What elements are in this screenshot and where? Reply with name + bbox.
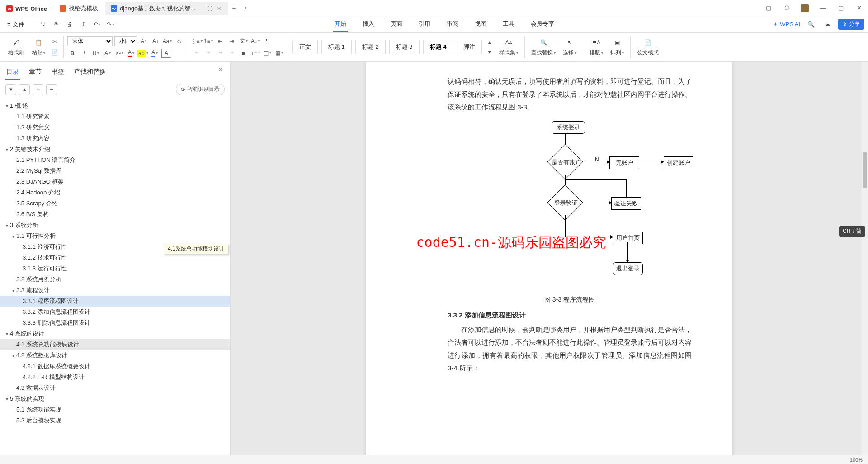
align-left-icon[interactable]: ≡ (192, 48, 202, 57)
outline-item[interactable]: 4.3 数据表设计 (0, 383, 230, 393)
change-case-icon[interactable]: Aa▾ (162, 37, 172, 46)
style-normal[interactable]: 正文 (292, 40, 318, 54)
numbering-icon[interactable]: 1≡▾ (203, 37, 213, 46)
save-icon[interactable]: 🖫 (38, 19, 48, 30)
align-right-icon[interactable]: ≡ (215, 48, 225, 57)
outline-item[interactable]: 2.6 B/S 架构 (0, 209, 230, 220)
style-h1[interactable]: 标题 1 (321, 40, 352, 54)
outline-item[interactable]: 2.4 Hadoop 介绍 (0, 187, 230, 198)
wps-ai-button[interactable]: ✦ WPS AI (773, 21, 800, 28)
cube-icon[interactable]: ⬡ (778, 0, 796, 16)
bullets-icon[interactable]: ⋮≡▾ (192, 37, 202, 46)
chevron-down-icon[interactable]: ▾ (4, 147, 10, 152)
align-center-icon[interactable]: ≡ (203, 48, 213, 57)
outline-item[interactable]: 2.1 PYTHON 语言简介 (0, 155, 230, 166)
close-tab-icon[interactable]: ✕ (216, 5, 222, 12)
tab-menu-button[interactable]: ▾ (240, 3, 250, 14)
tab-member[interactable]: 会员专享 (529, 17, 556, 32)
tab-reference[interactable]: 引用 (417, 17, 432, 32)
doc-mode-button[interactable]: 📄 公文模式 (634, 36, 661, 57)
chevron-down-icon[interactable]: ▾ (10, 353, 16, 358)
outline-item[interactable]: ▾4 系统的设计 (0, 328, 230, 339)
outline-item[interactable]: 3.3.1 程序流程图设计 (0, 296, 230, 307)
outline-item[interactable]: 1.2 研究意义 (0, 122, 230, 133)
outline-item[interactable]: ▾3 系统分析 (0, 220, 230, 231)
tab-insert[interactable]: 插入 (361, 17, 376, 32)
smart-detect-button[interactable]: ⟳ 智能识别目录 (176, 84, 225, 95)
font-size-select[interactable]: 小四 (114, 36, 137, 46)
tab-page[interactable]: 页面 (389, 17, 404, 32)
share-button[interactable]: ⇪ 分享 (838, 19, 864, 30)
superscript-button[interactable]: X²▾ (114, 49, 124, 58)
search-icon[interactable]: 🔍 (806, 19, 816, 30)
outline-item[interactable]: 4.1 系统总功能模块设计 (0, 339, 230, 350)
bold-button[interactable]: B (67, 49, 77, 58)
outline-item[interactable]: ▾1 概 述 (0, 100, 230, 111)
new-tab-button[interactable]: ＋ (229, 3, 240, 14)
style-footnote[interactable]: 脚注 (457, 40, 482, 54)
style-gallery[interactable]: 正文 标题 1 标题 2 标题 3 标题 4 脚注 ▴ ▾ (292, 38, 495, 57)
file-menu[interactable]: ≡ 文件 (4, 19, 28, 30)
sidebar-tab-find[interactable]: 查找和替换 (73, 65, 107, 80)
layout-button[interactable]: ≣A 排版▾ (587, 36, 606, 57)
sort-icon[interactable]: A↓▾ (250, 37, 260, 46)
print-icon[interactable]: 🖨 (65, 19, 75, 30)
outline-item[interactable]: 1.3 研究内容 (0, 133, 230, 144)
outline-item[interactable]: ▾4.2 系统数据库设计 (0, 350, 230, 361)
style-h2[interactable]: 标题 2 (355, 40, 386, 54)
remove-button[interactable]: − (46, 84, 57, 95)
strikethrough-button[interactable]: A▾ (103, 49, 113, 58)
zoom-level[interactable]: 100% (850, 457, 863, 463)
arrange-button[interactable]: ▣ 排列▾ (608, 36, 627, 57)
tab-templates[interactable]: 找稻壳模板 (54, 2, 104, 15)
borders-icon[interactable]: ▦▾ (274, 48, 284, 57)
italic-button[interactable]: I (79, 49, 89, 58)
outline-item[interactable]: 4.2.1 数据库系统概要设计 (0, 361, 230, 372)
chevron-down-icon[interactable]: ▾ (10, 288, 16, 293)
close-icon[interactable]: ✕ (218, 66, 223, 73)
chevron-down-icon[interactable]: ▾ (4, 331, 10, 336)
redo-icon[interactable]: ↷▾ (105, 19, 116, 30)
shading-button[interactable]: A▾ (150, 49, 160, 58)
tab-review[interactable]: 审阅 (445, 17, 460, 32)
find-replace-button[interactable]: 🔍 查找替换▾ (528, 36, 558, 57)
maximize-tab-icon[interactable]: ⛶ (207, 5, 213, 12)
outline-item[interactable]: 4.2.2 E-R 模型结构设计 (0, 372, 230, 383)
print-preview-icon[interactable]: 👁 (51, 19, 62, 30)
outline-item[interactable]: 2.5 Scrapy 介绍 (0, 198, 230, 209)
sidebar-tab-bookmark[interactable]: 书签 (51, 65, 65, 80)
maximize-button[interactable]: ▢ (832, 0, 850, 16)
copy-icon[interactable]: 📄 (50, 48, 60, 57)
outline-item[interactable]: 3.2 系统用例分析 (0, 274, 230, 285)
highlight-button[interactable]: ab▾ (138, 49, 148, 58)
decrease-indent-icon[interactable]: ⇤ (215, 37, 225, 46)
para-shading-icon[interactable]: ◫▾ (262, 48, 272, 57)
outline-item[interactable]: 1.1 研究背景 (0, 111, 230, 122)
sidebar-tab-chapter[interactable]: 章节 (28, 65, 42, 80)
outline-item[interactable]: ▾2 关键技术介绍 (0, 144, 230, 155)
outline-item[interactable]: 2.2 MySql 数据库 (0, 166, 230, 176)
outline-item[interactable]: 3.3.3 删除信息流程图设计 (0, 317, 230, 328)
sidebar-tab-outline[interactable]: 目录 (5, 65, 20, 80)
scrollbar-thumb[interactable] (863, 152, 867, 188)
clear-format-icon[interactable]: ◇ (174, 37, 184, 46)
outline-tree[interactable]: ▾1 概 述1.1 研究背景1.2 研究意义1.3 研究内容▾2 关键技术介绍2… (0, 99, 230, 455)
window-layout-icon[interactable]: ▢ (760, 0, 778, 16)
add-button[interactable]: ＋ (33, 84, 43, 95)
outline-item[interactable]: 3.1.3 运行可行性 (0, 263, 230, 274)
increase-font-icon[interactable]: A↑ (139, 37, 149, 46)
text-direction-icon[interactable]: 文▾ (239, 37, 249, 46)
select-button[interactable]: ↖ 选择▾ (560, 36, 579, 57)
outline-item[interactable]: 5.2 后台模块实现 (0, 415, 230, 426)
show-marks-icon[interactable]: ¶ (262, 37, 272, 46)
increase-indent-icon[interactable]: ⇥ (227, 37, 237, 46)
style-gallery-down-icon[interactable]: ▾ (485, 47, 495, 57)
style-set-button[interactable]: Aᴀ 样式集▾ (496, 36, 521, 57)
document-area[interactable]: 认码码相符，确认无误后，填写使用者所填写的资料，即可进行登记。而且，为了保证系统… (231, 62, 868, 455)
promote-button[interactable]: ▴ (19, 84, 30, 95)
justify-icon[interactable]: ≡ (227, 48, 237, 57)
chevron-down-icon[interactable]: ▾ (4, 223, 10, 228)
tab-view[interactable]: 视图 (473, 17, 488, 32)
distribute-icon[interactable]: ≣ (239, 48, 249, 57)
font-color-button[interactable]: A▾ (126, 49, 136, 58)
